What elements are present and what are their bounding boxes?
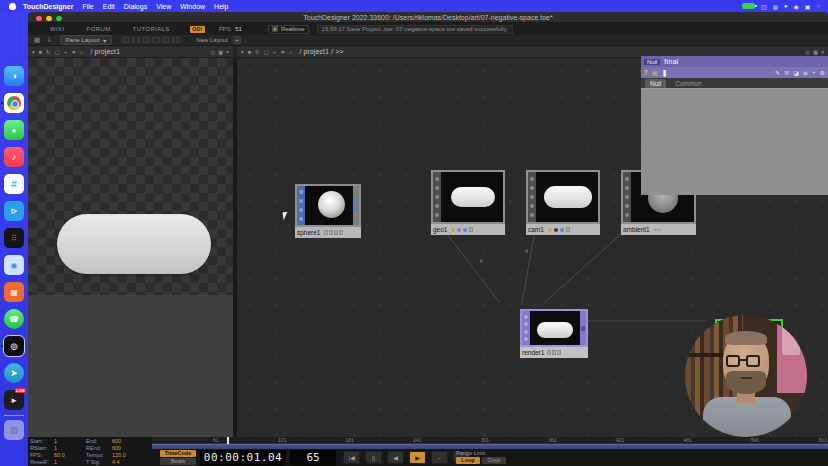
node-sphere1[interactable]	[295, 184, 361, 227]
home-icon[interactable]: ⌂	[80, 49, 83, 55]
camera-icon[interactable]: ◉	[794, 3, 799, 10]
node-cam1[interactable]	[526, 170, 600, 224]
tutorials-link[interactable]: TUTORIALS	[133, 26, 170, 32]
operator-name[interactable]: final	[664, 58, 678, 65]
dock-item-figma[interactable]: ⠿	[4, 228, 24, 248]
pane-split-icon[interactable]: ▾	[821, 49, 824, 55]
dock-item-chrome[interactable]	[4, 93, 24, 113]
dock-item-touchdesigner[interactable]: ⊚	[4, 336, 24, 356]
add-layout-button[interactable]: +	[233, 36, 241, 44]
network-pane-path[interactable]: / project1 / >>	[299, 48, 343, 55]
help-button[interactable]: ?	[644, 69, 648, 76]
node-render1[interactable]	[520, 309, 588, 347]
node-flags[interactable]	[623, 172, 631, 222]
pane-maximize-icon[interactable]: ▣	[813, 49, 818, 55]
node-flags[interactable]	[528, 172, 536, 222]
bookmark-icon[interactable]: ★	[280, 49, 285, 55]
od-badge[interactable]: OD!	[190, 26, 205, 33]
dock-item-zoom[interactable]: ◉	[4, 255, 24, 275]
wiki-link[interactable]: WIKI	[50, 26, 65, 32]
grid-layout-icon[interactable]: ▦	[34, 36, 40, 44]
field-start-value[interactable]: 1	[54, 438, 86, 445]
forum-link[interactable]: FORUM	[87, 26, 111, 32]
layout-slot[interactable]	[142, 37, 150, 43]
realtime-toggle[interactable]: × Realtime	[268, 25, 309, 34]
pane-layout-dropdown[interactable]: Pane Layout ▾	[60, 35, 113, 45]
node-label-geo1[interactable]: geo1	[431, 224, 505, 235]
node-output-column[interactable]	[580, 311, 586, 345]
frame-icon[interactable]: ▢	[55, 49, 60, 55]
pane-split-icon[interactable]: ▾	[226, 49, 229, 55]
node-label-cam1[interactable]: cam1	[526, 224, 600, 235]
left-pane-path[interactable]: / project1	[90, 48, 120, 55]
loop-button[interactable]: Loop	[456, 457, 480, 464]
pane-menu-icon[interactable]: ▾	[32, 49, 35, 55]
once-button[interactable]: Once	[482, 457, 506, 464]
play-forward-button[interactable]: ▶	[409, 451, 426, 464]
focus-icon[interactable]: ●	[784, 3, 788, 9]
node-geo1[interactable]	[431, 170, 505, 224]
pencil-icon[interactable]: ✎	[775, 69, 780, 76]
field-tsig-value[interactable]: 4 4	[112, 459, 146, 466]
menu-app-name[interactable]: TouchDesigner	[23, 3, 73, 10]
apple-menu-icon[interactable]	[9, 3, 16, 10]
dock-item-trash[interactable]: ▥	[4, 420, 24, 440]
clock-icon[interactable]: ◌	[816, 3, 820, 9]
clear-icon[interactable]: ◪	[793, 69, 799, 76]
field-rstart-value[interactable]: 1	[54, 445, 86, 452]
node-flags[interactable]	[297, 186, 305, 225]
layout-slot[interactable]	[172, 37, 180, 43]
refresh-icon[interactable]: ↻	[255, 49, 260, 55]
refresh-icon[interactable]: ↻	[46, 49, 51, 55]
field-tempo-value[interactable]: 120.0	[112, 452, 146, 459]
add-parameter-icon[interactable]: +	[812, 69, 816, 76]
language-icon[interactable]: ◉	[803, 69, 808, 76]
field-end-value[interactable]: 600	[112, 438, 146, 445]
layout-slot[interactable]	[122, 37, 130, 43]
pane-maximize-icon[interactable]: ▣	[218, 49, 223, 55]
node-color-dots[interactable]	[451, 227, 473, 232]
dock-item-whatsapp[interactable]: ☎	[4, 309, 24, 329]
menu-dialogs[interactable]: Dialogs	[124, 3, 147, 10]
timeline-ruler[interactable]: 61 121 181 241 301 361 421 481 541 601	[152, 437, 828, 444]
node-flag-boxes[interactable]	[324, 230, 343, 235]
dock-item-telegram[interactable]: ➤	[4, 363, 24, 383]
menu-view[interactable]: View	[156, 3, 171, 10]
jump-to-start-button[interactable]: |◀	[343, 451, 360, 464]
node-label-render1[interactable]: render1	[520, 347, 588, 358]
field-rend-value[interactable]: 600	[112, 445, 146, 452]
stop-icon[interactable]: ■	[39, 49, 42, 55]
geometry-viewport[interactable]	[28, 58, 233, 437]
bookmark-icon[interactable]: ★	[71, 49, 76, 55]
pane-target-icon[interactable]: ◎	[210, 49, 215, 55]
menu-edit[interactable]: Edit	[103, 3, 115, 10]
timeline-range-bar[interactable]	[152, 444, 828, 449]
node-flags[interactable]	[522, 311, 530, 345]
menu-window[interactable]: Window	[180, 3, 205, 10]
node-label-sphere1[interactable]: sphere1	[295, 227, 361, 238]
step-back-button[interactable]: −	[431, 451, 448, 464]
globe-icon[interactable]: ◍	[773, 3, 778, 10]
stop-icon[interactable]: ■	[248, 49, 251, 55]
node-flag-boxes[interactable]	[547, 350, 561, 355]
pane-target-icon[interactable]: ◎	[805, 49, 810, 55]
timecode-mode-button[interactable]: TimeCode	[160, 450, 196, 457]
parameter-panel-header[interactable]: Null final	[641, 56, 828, 67]
layout-slot[interactable]	[152, 37, 160, 43]
folder-icon[interactable]: ▤	[652, 69, 658, 76]
dock-item-live-app[interactable]: ▸LIVE	[4, 390, 24, 410]
add-icon[interactable]: +	[64, 49, 67, 55]
layout-slot[interactable]	[132, 37, 140, 43]
node-output-column[interactable]	[353, 186, 359, 225]
field-fps-value[interactable]: 60.0	[54, 452, 86, 459]
tab-null[interactable]: Null	[645, 79, 666, 88]
beats-mode-button[interactable]: Beats	[160, 458, 196, 465]
node-color-dots[interactable]	[548, 227, 570, 232]
tab-common[interactable]: Common	[672, 79, 704, 88]
node-label-ambient1[interactable]: ambient1 i o l o	[621, 224, 696, 235]
screen-mirroring-icon[interactable]: ◫	[761, 3, 767, 10]
play-reverse-button[interactable]: ◀	[387, 451, 404, 464]
frame-icon[interactable]: ▢	[264, 49, 269, 55]
control-center-icon[interactable]: ▣	[805, 3, 811, 10]
layout-slot[interactable]	[162, 37, 170, 43]
